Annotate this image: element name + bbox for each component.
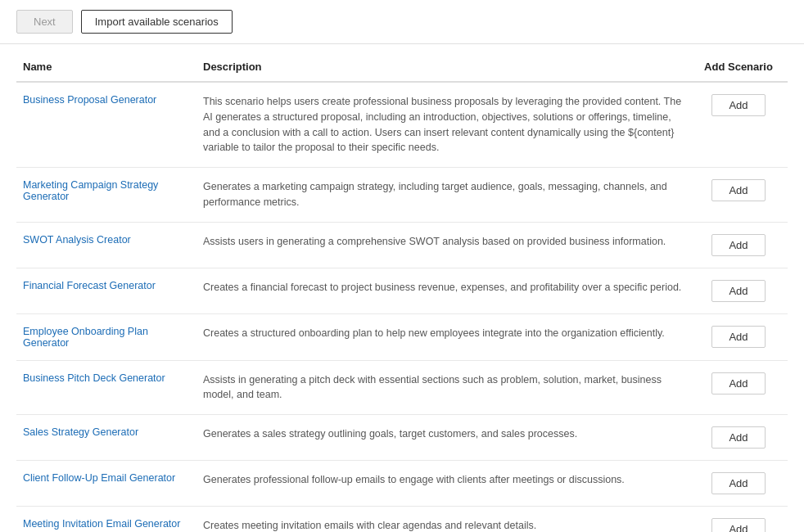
- table-row: Meeting Invitation Email GeneratorCreate…: [16, 507, 788, 533]
- scenario-add-cell: Add: [689, 461, 788, 507]
- scenario-name: Financial Forecast Generator: [16, 268, 196, 313]
- add-scenario-button-2[interactable]: Add: [711, 179, 765, 201]
- scenario-description: Generates a marketing campaign strategy,…: [196, 168, 689, 223]
- scenario-name: SWOT Analysis Creator: [16, 222, 196, 268]
- scenario-name: Client Follow-Up Email Generator: [16, 461, 196, 507]
- scenario-description: Creates meeting invitation emails with c…: [196, 507, 689, 533]
- scenario-name: Marketing Campaign Strategy Generator: [16, 168, 196, 223]
- next-button[interactable]: Next: [16, 10, 73, 34]
- table-row: Business Proposal GeneratorThis scenario…: [16, 82, 788, 168]
- scenario-add-cell: Add: [689, 360, 788, 415]
- import-scenarios-button[interactable]: Import available scenarios: [81, 10, 233, 34]
- scenario-description: Generates a sales strategy outlining goa…: [196, 415, 689, 461]
- scenario-add-cell: Add: [689, 268, 788, 313]
- table-row: Business Pitch Deck GeneratorAssists in …: [16, 360, 788, 415]
- scenario-name: Business Proposal Generator: [16, 82, 196, 168]
- scenario-add-cell: Add: [689, 313, 788, 360]
- scenario-add-cell: Add: [689, 507, 788, 533]
- scenario-add-cell: Add: [689, 168, 788, 223]
- scenario-add-cell: Add: [689, 82, 788, 168]
- toolbar: Next Import available scenarios: [0, 0, 804, 44]
- scenario-description: Assists users in generating a comprehens…: [196, 222, 689, 268]
- scenario-name: Sales Strategy Generator: [16, 415, 196, 461]
- add-scenario-button-6[interactable]: Add: [711, 372, 765, 394]
- table-row: Financial Forecast GeneratorCreates a fi…: [16, 268, 788, 313]
- table-row: Client Follow-Up Email GeneratorGenerate…: [16, 461, 788, 507]
- table-header-row: Name Description Add Scenario: [16, 52, 788, 82]
- scenario-description: This scenario helps users create profess…: [196, 82, 689, 168]
- scenario-description: Creates a structured onboarding plan to …: [196, 313, 689, 360]
- add-scenario-button-8[interactable]: Add: [711, 472, 765, 494]
- scenario-name: Business Pitch Deck Generator: [16, 360, 196, 415]
- add-scenario-button-3[interactable]: Add: [711, 234, 765, 256]
- scenario-name: Employee Onboarding Plan Generator: [16, 313, 196, 360]
- col-header-description: Description: [196, 52, 689, 82]
- col-header-name: Name: [16, 52, 196, 82]
- add-scenario-button-5[interactable]: Add: [711, 326, 765, 348]
- add-scenario-button-1[interactable]: Add: [711, 94, 765, 116]
- table-row: Employee Onboarding Plan GeneratorCreate…: [16, 313, 788, 360]
- add-scenario-button-9[interactable]: Add: [711, 518, 765, 532]
- scenarios-table-container: Name Description Add Scenario Business P…: [0, 44, 804, 532]
- add-scenario-button-4[interactable]: Add: [711, 280, 765, 302]
- table-row: SWOT Analysis CreatorAssists users in ge…: [16, 222, 788, 268]
- scenario-add-cell: Add: [689, 222, 788, 268]
- scenarios-table: Name Description Add Scenario Business P…: [16, 52, 788, 532]
- table-row: Marketing Campaign Strategy GeneratorGen…: [16, 168, 788, 223]
- scenario-add-cell: Add: [689, 415, 788, 461]
- col-header-add-scenario: Add Scenario: [689, 52, 788, 82]
- scenario-name: Meeting Invitation Email Generator: [16, 507, 196, 533]
- scenario-description: Generates professional follow-up emails …: [196, 461, 689, 507]
- add-scenario-button-7[interactable]: Add: [711, 426, 765, 449]
- table-row: Sales Strategy GeneratorGenerates a sale…: [16, 415, 788, 461]
- scenario-description: Assists in generating a pitch deck with …: [196, 360, 689, 415]
- scenario-description: Creates a financial forecast to project …: [196, 268, 689, 313]
